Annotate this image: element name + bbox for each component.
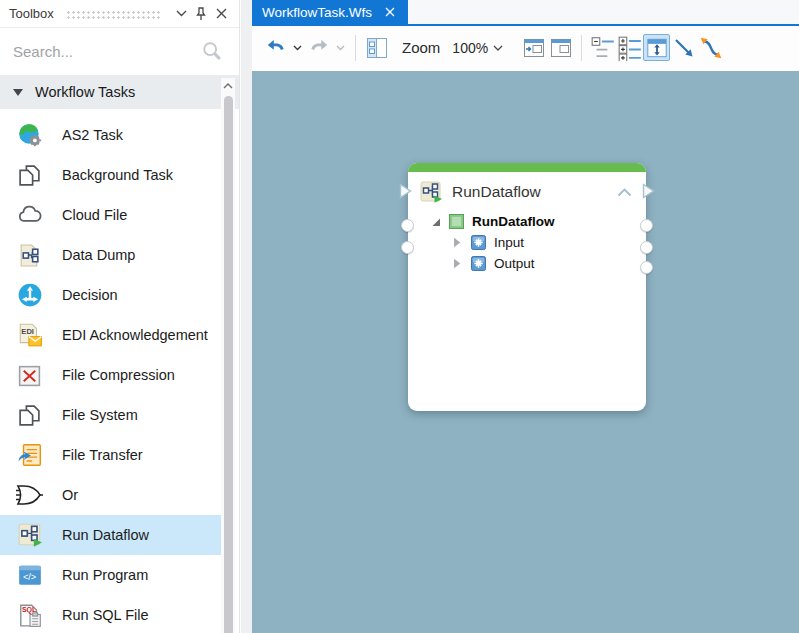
close-toolbox-icon[interactable]: [211, 4, 231, 24]
scrollbar-thumb[interactable]: [224, 96, 233, 633]
run-program-icon: </>: [16, 562, 43, 589]
search-icon[interactable]: [201, 40, 223, 66]
toolbox-item-file-system[interactable]: File System: [0, 395, 221, 435]
restore-window-button[interactable]: [547, 34, 574, 61]
redo-button[interactable]: [305, 34, 332, 61]
toolbar-separator: [355, 35, 356, 61]
port-circle-right[interactable]: [640, 219, 653, 232]
run-dataflow-icon: [16, 522, 43, 549]
toolbox-item-label: EDI Acknowledgement: [62, 327, 208, 343]
toolbox-item-background-task[interactable]: Background Task: [0, 155, 221, 195]
port-circle-left[interactable]: [401, 219, 414, 232]
node-tree: RunDataflow Input: [408, 211, 646, 274]
run-sql-file-icon: SQL: [16, 602, 43, 629]
node-title: RunDataflow: [452, 183, 617, 201]
workflow-node-rundataflow[interactable]: RunDataflow: [408, 163, 646, 411]
file-system-icon: [16, 402, 43, 429]
zoom-label: Zoom: [402, 39, 440, 56]
toolbox-panel: Toolbox Workflow Tasks: [0, 0, 240, 633]
node-collapse-chevron-icon[interactable]: [617, 188, 632, 197]
input-port-icon: [471, 235, 486, 250]
toolbox-title: Toolbox: [9, 6, 54, 21]
tree-node-rundataflow[interactable]: RunDataflow: [408, 211, 646, 232]
toolbox-item-or[interactable]: Or: [0, 475, 221, 515]
toolbox-item-run-dataflow[interactable]: Run Dataflow: [0, 515, 221, 555]
port-circle-left[interactable]: [401, 241, 414, 254]
expand-all-nodes-button[interactable]: [616, 34, 643, 61]
toolbox-item-label: Run SQL File: [62, 607, 149, 623]
tree-node-output[interactable]: Output: [408, 253, 646, 274]
tree-expander-collapsed-icon[interactable]: [453, 237, 464, 248]
toolbox-item-file-compression[interactable]: File Compression: [0, 355, 221, 395]
toolbox-item-label: Data Dump: [62, 247, 135, 263]
curved-link-style-button[interactable]: [697, 34, 724, 61]
toolbox-item-run-sql-file[interactable]: SQL Run SQL File: [0, 595, 221, 633]
section-label: Workflow Tasks: [35, 84, 135, 100]
toggle-overview-panel-button[interactable]: [363, 34, 390, 61]
pin-icon[interactable]: [191, 4, 211, 24]
run-dataflow-icon: [419, 180, 443, 204]
svg-text:</>: </>: [22, 572, 35, 582]
redo-dropdown-chevron-icon[interactable]: [332, 34, 348, 61]
node-output-port-triangle[interactable]: [642, 183, 655, 199]
tree-expander-expanded-icon[interactable]: [431, 217, 442, 227]
toolbar-separator: [581, 35, 582, 61]
undo-button[interactable]: [262, 34, 289, 61]
workflow-designer-app: Toolbox Workflow Tasks: [0, 0, 799, 633]
panel-drag-grip[interactable]: [66, 10, 161, 19]
cloud-file-icon: [16, 202, 43, 229]
panel-splitter[interactable]: [241, 0, 252, 633]
tree-node-input[interactable]: Input: [408, 232, 646, 253]
tab-close-icon[interactable]: [382, 4, 398, 20]
undo-dropdown-chevron-icon[interactable]: [289, 34, 305, 61]
toolbox-item-label: File Compression: [62, 367, 175, 383]
port-circle-right[interactable]: [640, 261, 653, 274]
toolbox-item-label: File System: [62, 407, 138, 423]
zoom-level-select[interactable]: 100%: [444, 35, 510, 61]
scrollbar-up-arrow-icon[interactable]: [221, 78, 235, 93]
toolbox-item-label: Background Task: [62, 167, 173, 183]
toolbox-item-data-dump[interactable]: Data Dump: [0, 235, 221, 275]
straight-link-style-button[interactable]: [670, 34, 697, 61]
document-area: WorkflowTask.Wfs: [252, 0, 799, 633]
toolbox-item-edi-acknowledgement[interactable]: EDI EDI Acknowledgement: [0, 315, 221, 355]
svg-text:EDI: EDI: [21, 327, 34, 336]
panel-menu-chevron-icon[interactable]: [171, 4, 191, 24]
port-circle-right[interactable]: [640, 241, 653, 254]
toolbox-item-label: AS2 Task: [62, 127, 123, 143]
tab-workflowtask-wfs[interactable]: WorkflowTask.Wfs: [252, 0, 408, 24]
zoom-value: 100%: [452, 40, 488, 56]
or-gate-icon: [16, 482, 43, 509]
section-header-workflow-tasks[interactable]: Workflow Tasks: [0, 75, 239, 109]
toolbox-item-decision[interactable]: Decision: [0, 275, 221, 315]
document-toolbar: Zoom 100%: [252, 26, 799, 69]
toolbox-item-run-program[interactable]: </> Run Program: [0, 555, 221, 595]
edi-acknowledgement-icon: EDI: [16, 322, 43, 349]
tab-title: WorkflowTask.Wfs: [262, 5, 382, 20]
toolbox-item-label: Run Program: [62, 567, 148, 583]
search-input[interactable]: [13, 43, 193, 60]
file-compression-icon: [16, 362, 43, 389]
dataflow-root-icon: [449, 214, 464, 229]
toolbox-titlebar: Toolbox: [0, 0, 239, 28]
node-header[interactable]: RunDataflow: [408, 172, 646, 206]
node-input-port-triangle[interactable]: [399, 183, 412, 199]
toolbox-item-label: File Transfer: [62, 447, 143, 463]
tree-expander-collapsed-icon[interactable]: [453, 258, 464, 269]
workflow-canvas[interactable]: RunDataflow: [252, 71, 799, 633]
as2-task-icon: [16, 122, 43, 149]
auto-size-node-button[interactable]: [643, 34, 670, 61]
toolbox-item-label: Or: [62, 487, 78, 503]
decision-icon: [16, 282, 43, 309]
toolbox-item-list: AS2 Task Background Task Cloud File: [0, 109, 239, 633]
node-status-bar: [408, 163, 646, 172]
toolbox-item-as2-task[interactable]: AS2 Task: [0, 115, 221, 155]
zoom-chevron-icon: [493, 45, 503, 51]
expand-window-button[interactable]: [520, 34, 547, 61]
toolbox-item-cloud-file[interactable]: Cloud File: [0, 195, 221, 235]
toolbox-scrollbar[interactable]: [221, 78, 235, 633]
collapse-all-nodes-button[interactable]: [589, 34, 616, 61]
toolbox-search: [0, 28, 239, 75]
toolbox-item-file-transfer[interactable]: File Transfer: [0, 435, 221, 475]
toolbox-item-label: Run Dataflow: [62, 527, 149, 543]
